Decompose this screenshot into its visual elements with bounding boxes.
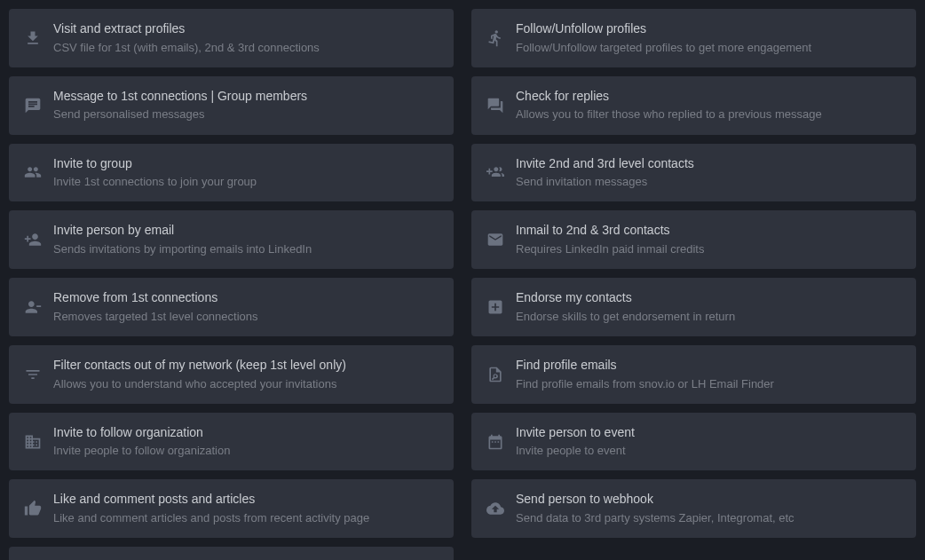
card-title: Endorse my contacts <box>516 289 903 307</box>
card-title: Filter contacts out of my network (keep … <box>53 357 440 375</box>
card-title: Remove from 1st connections <box>53 289 440 307</box>
card-filter-contacts-out-of-network[interactable]: Filter contacts out of my network (keep … <box>9 345 454 404</box>
card-title: Invite to follow organization <box>53 424 440 442</box>
card-title: Like and comment posts and articles <box>53 491 440 509</box>
card-desc: Send data to 3rd party systems Zapier, I… <box>516 510 903 526</box>
card-check-for-replies[interactable]: Check for replies Allows you to filter t… <box>471 76 916 135</box>
card-title: Send person to webhook <box>516 491 903 509</box>
card-title: Invite 2nd and 3rd level contacts <box>516 155 903 173</box>
card-remove-from-1st-connections[interactable]: Remove from 1st connections Removes targ… <box>9 278 454 336</box>
card-desc: Find profile emails from snov.io or LH E… <box>516 376 903 392</box>
card-desc: Send invitation messages <box>516 174 903 190</box>
card-title: Invite person to event <box>516 424 903 442</box>
card-message-1st-connections[interactable]: Message to 1st connections | Group membe… <box>9 76 454 135</box>
download-icon <box>23 28 43 48</box>
building-icon <box>23 432 43 452</box>
action-card-grid: Visit and extract profiles CSV file for … <box>9 9 916 560</box>
card-invite-2nd-3rd-level[interactable]: Invite 2nd and 3rd level contacts Send i… <box>471 144 916 202</box>
card-desc: Follow/Unfollow targeted profiles to get… <box>516 40 903 56</box>
card-title: Message to 1st connections | Group membe… <box>53 88 440 106</box>
person-remove-icon <box>23 297 43 317</box>
card-delay-between-actions[interactable]: Delay between actions Checks when an ind… <box>9 547 454 560</box>
person-add-icon <box>23 230 43 249</box>
card-visit-extract-profiles[interactable]: Visit and extract profiles CSV file for … <box>9 9 454 67</box>
question-answer-icon <box>486 96 505 115</box>
card-title: Follow/Unfollow profiles <box>516 20 903 38</box>
card-title: Invite to group <box>53 155 440 173</box>
card-desc: Endorse skills to get endorsement in ret… <box>516 309 903 325</box>
card-desc: Invite people to follow organization <box>53 443 440 459</box>
card-desc: Removes targeted 1st level connections <box>53 309 440 325</box>
card-title: Invite person by email <box>53 222 440 240</box>
card-endorse-my-contacts[interactable]: Endorse my contacts Endorse skills to ge… <box>471 278 916 336</box>
card-follow-unfollow-profiles[interactable]: Follow/Unfollow profiles Follow/Unfollow… <box>471 9 916 67</box>
card-desc: CSV file for 1st (with emails), 2nd & 3r… <box>53 40 440 56</box>
card-invite-person-to-event[interactable]: Invite person to event Invite people to … <box>471 413 916 471</box>
cloud-upload-icon <box>486 499 505 518</box>
card-invite-to-follow-organization[interactable]: Invite to follow organization Invite peo… <box>9 413 454 471</box>
card-invite-to-group[interactable]: Invite to group Invite 1st connections t… <box>9 144 454 202</box>
person-plus-icon <box>486 162 505 182</box>
card-like-and-comment-posts[interactable]: Like and comment posts and articles Like… <box>9 479 454 538</box>
card-desc: Allows you to filter those who replied t… <box>516 106 903 122</box>
card-title: Visit and extract profiles <box>53 20 440 38</box>
card-send-person-to-webhook[interactable]: Send person to webhook Send data to 3rd … <box>471 479 916 538</box>
file-search-icon <box>486 365 505 384</box>
card-desc: Sends invitations by importing emails in… <box>53 241 440 257</box>
mail-icon <box>486 230 505 249</box>
card-title: Inmail to 2nd & 3rd contacts <box>516 222 903 240</box>
thumb-up-icon <box>23 499 43 518</box>
card-inmail-2nd-3rd-contacts[interactable]: Inmail to 2nd & 3rd contacts Requires Li… <box>471 210 916 269</box>
card-title: Check for replies <box>516 88 903 106</box>
card-desc: Invite people to event <box>516 443 903 459</box>
group-icon <box>23 162 43 182</box>
card-desc: Like and comment articles and posts from… <box>53 510 440 526</box>
message-icon <box>23 96 43 115</box>
card-find-profile-emails[interactable]: Find profile emails Find profile emails … <box>471 345 916 404</box>
card-desc: Send personalised messages <box>53 106 440 122</box>
calendar-icon <box>486 432 505 452</box>
card-desc: Invite 1st connections to join your grou… <box>53 174 440 190</box>
card-invite-person-by-email[interactable]: Invite person by email Sends invitations… <box>9 210 454 269</box>
card-desc: Allows you to understand who accepted yo… <box>53 376 440 392</box>
card-title: Find profile emails <box>516 357 903 375</box>
card-desc: Requires LinkedIn paid inmail credits <box>516 241 903 257</box>
add-box-icon <box>486 297 505 317</box>
filter-icon <box>23 365 43 384</box>
run-icon <box>486 28 505 48</box>
